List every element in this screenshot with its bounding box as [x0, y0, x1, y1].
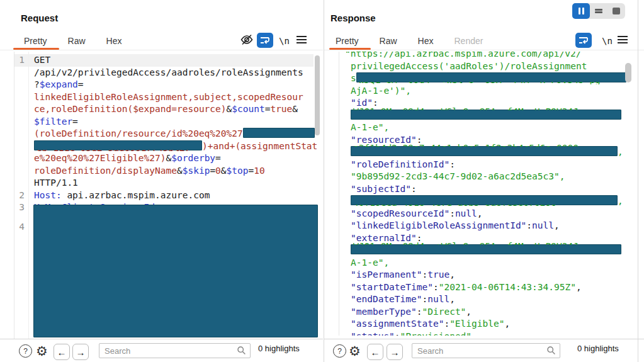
- tab-divider: [324, 50, 644, 50]
- request-search-bar: ? ⚙ ← → 0 highlights: [0, 339, 323, 362]
- word-wrap-icon: [577, 34, 590, 47]
- active-tab-underline: [13, 48, 59, 50]
- request-body: 1GET/api/v2/privilegedAccess/aadroles/ro…: [14, 52, 320, 214]
- layout-tabbed-button[interactable]: [607, 3, 625, 19]
- next-match-button[interactable]: →: [72, 344, 89, 360]
- request-editor[interactable]: 1GET/api/v2/privilegedAccess/aadroles/ro…: [14, 52, 320, 339]
- layout-split-rows-button[interactable]: [590, 3, 607, 19]
- next-match-button[interactable]: →: [387, 344, 403, 360]
- response-title: Response: [330, 13, 376, 23]
- request-scrollbar[interactable]: [315, 55, 320, 135]
- line-number-4: 4: [14, 222, 25, 232]
- request-tabs: Pretty Raw Hex: [24, 36, 122, 46]
- response-tab-pretty[interactable]: Pretty: [336, 36, 359, 46]
- layout-split-columns-button[interactable]: [572, 3, 590, 19]
- response-tabs: Pretty Raw Hex Render: [336, 36, 483, 46]
- response-search-input[interactable]: [412, 343, 560, 358]
- word-wrap-button[interactable]: [575, 33, 592, 48]
- response-highlight-count: 0 highlights: [577, 344, 619, 353]
- newline-toggle[interactable]: \n: [602, 36, 613, 46]
- line-number: 3: [14, 201, 25, 214]
- request-title: Request: [21, 13, 58, 23]
- redaction-box-large: [33, 205, 318, 337]
- newline-toggle[interactable]: \n: [279, 36, 290, 46]
- redaction-box: WJQ1-8M--09d4--+WSl-8--95A--f4M--H-P9V34…: [351, 244, 621, 254]
- request-tab-raw[interactable]: Raw: [68, 36, 86, 46]
- request-highlight-count: 0 highlights: [258, 344, 300, 353]
- response-tab-render: Render: [455, 36, 483, 46]
- request-tab-hex[interactable]: Hex: [106, 36, 122, 46]
- search-icon: [237, 346, 246, 358]
- editor-menu-icon[interactable]: [617, 35, 628, 47]
- request-panel: Request Pretty Raw Hex \n 1GET/api/v2/pr…: [0, 0, 323, 362]
- search-icon: [546, 346, 556, 358]
- response-scrollbar[interactable]: [625, 63, 631, 82]
- word-wrap-button[interactable]: [257, 33, 273, 48]
- request-search-input[interactable]: [99, 343, 251, 358]
- pause-bars-icon: [579, 8, 584, 14]
- redaction-box: WJQ1-8M--09d4--+WSl-8--95A--f4M--H-P9V34…: [351, 110, 621, 120]
- line-number: 2: [14, 189, 25, 202]
- request-tab-pretty[interactable]: Pretty: [24, 36, 47, 46]
- tab-divider: [0, 50, 323, 50]
- redaction-box: WJQ1-8M--09d4--+WSl-8--95A--f4M--H-P9V34…: [356, 72, 626, 82]
- redaction-box: [243, 128, 315, 138]
- settings-gear-icon[interactable]: ⚙: [36, 344, 48, 358]
- help-icon[interactable]: ?: [19, 344, 32, 358]
- redaction-box: eb-111e-05d2-5ad09917745b%27: [34, 140, 202, 150]
- response-tab-raw[interactable]: Raw: [380, 36, 397, 46]
- word-wrap-icon: [258, 34, 272, 47]
- gutter-divider: [28, 52, 29, 339]
- prev-match-button[interactable]: ←: [54, 344, 70, 360]
- response-search-bar: ? ⚙ ← → 0 highlights: [324, 339, 644, 362]
- redaction-box: e3f1b4d2-29a7-44c1-b0e5-1f2a3b4c5d6e-000…: [351, 146, 618, 156]
- window-edge: [638, 0, 638, 362]
- settings-gear-icon[interactable]: ⚙: [349, 344, 361, 358]
- square-icon: [613, 8, 620, 14]
- equals-bars-icon: [595, 8, 602, 14]
- response-panel: Response Pretty Raw Hex Render \n "https…: [324, 0, 644, 362]
- prev-match-button[interactable]: ←: [367, 344, 383, 360]
- response-editor[interactable]: "https://api.azrbac.mspim.azure.com/api/…: [339, 52, 635, 336]
- layout-toggle-group: [572, 3, 625, 19]
- editor-menu-icon[interactable]: [296, 35, 307, 47]
- line-number: 1: [14, 54, 25, 67]
- response-body: "https://api.azrbac.mspim.azure.com/api/…: [339, 52, 635, 336]
- active-tab-underline: [329, 48, 371, 50]
- redaction-box: 40f19eea-4918-4e7d-a0b5-8a8fe38070290": [351, 195, 618, 205]
- hide-nonprintable-icon[interactable]: [240, 33, 254, 49]
- response-tab-hex[interactable]: Hex: [418, 36, 434, 46]
- help-icon[interactable]: ?: [333, 344, 346, 358]
